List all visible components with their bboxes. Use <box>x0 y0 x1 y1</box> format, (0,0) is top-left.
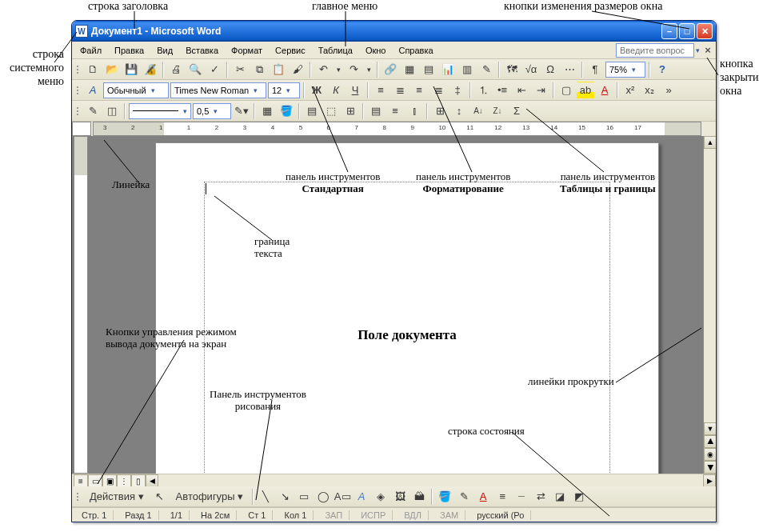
arrow-icon[interactable]: ↘ <box>276 488 294 506</box>
underline-icon[interactable]: Ч <box>346 82 364 99</box>
shadow-style-icon[interactable]: ◪ <box>551 488 569 506</box>
insert-symbol-icon[interactable]: Ω <box>541 61 559 78</box>
bold-icon[interactable]: Ж <box>308 82 326 99</box>
redo-dropdown-icon[interactable]: ▾ <box>364 61 374 78</box>
sort-asc-icon[interactable]: A↓ <box>469 102 487 120</box>
browse-object-icon[interactable]: ◉ <box>704 448 717 461</box>
redo-icon[interactable]: ↷ <box>345 61 362 78</box>
drawing-icon[interactable]: ✎ <box>477 61 495 78</box>
toolbar-grip-icon[interactable] <box>75 82 80 99</box>
status-trk[interactable]: ИСПР <box>354 510 393 520</box>
vertical-ruler[interactable] <box>74 136 88 474</box>
border-icon[interactable]: ▦ <box>258 102 276 120</box>
bullets-icon[interactable]: •≡ <box>493 82 511 99</box>
toolbar-grip-icon[interactable] <box>75 61 80 78</box>
align-justify-icon[interactable]: ≣ <box>429 82 447 99</box>
rectangle-icon[interactable]: ▭ <box>295 488 313 506</box>
align-right-icon[interactable]: ≡ <box>410 82 428 99</box>
merge-cells-icon[interactable]: ⬚ <box>322 102 340 120</box>
draw-table-icon[interactable]: ✎ <box>84 102 102 120</box>
prev-page-icon[interactable]: ⯅ <box>704 435 717 448</box>
shading-color-icon[interactable]: 🪣 <box>278 102 295 120</box>
arrow-style-icon[interactable]: ⇄ <box>532 488 549 506</box>
scroll-down-icon[interactable]: ▼ <box>704 422 717 435</box>
fill-color-icon[interactable]: 🪣 <box>436 488 453 506</box>
clipart-icon[interactable]: 🖼 <box>391 488 409 506</box>
close-window-button[interactable]: ✕ <box>697 23 713 39</box>
line-style-icon[interactable]: ≡ <box>493 488 511 506</box>
open-icon[interactable]: 📂 <box>103 61 121 78</box>
scroll-track[interactable] <box>704 149 716 422</box>
print-layout-view-button[interactable]: ▣ <box>102 474 117 487</box>
horizontal-scrollbar[interactable]: ◀ ▶ <box>146 474 716 486</box>
menu-format[interactable]: Формат <box>225 44 269 57</box>
numbering-icon[interactable]: ⒈ <box>474 82 492 99</box>
reading-layout-view-button[interactable]: ▯ <box>131 474 146 487</box>
save-icon[interactable]: 💾 <box>122 61 140 78</box>
normal-view-button[interactable]: ≡ <box>74 474 88 487</box>
status-ovr[interactable]: ЗАМ <box>433 510 465 520</box>
outline-view-button[interactable]: ⋮ <box>117 474 131 487</box>
draw-actions-menu[interactable]: Действия ▾ <box>84 488 150 506</box>
hscroll-track[interactable] <box>158 474 703 486</box>
line-style-combo[interactable]: ▾ <box>129 103 191 119</box>
toolbar-grip-icon[interactable] <box>75 102 80 120</box>
web-layout-view-button[interactable]: ▭ <box>88 474 102 487</box>
document-map-icon[interactable]: 🗺 <box>503 61 521 78</box>
paragraph-marks-icon[interactable]: ¶ <box>586 61 604 78</box>
font-combo[interactable]: Times New Roman▾ <box>170 82 266 98</box>
spellcheck-icon[interactable]: ✓ <box>206 61 223 78</box>
line-color-icon[interactable]: ✎ <box>455 488 473 506</box>
border-color-icon[interactable]: ✎▾ <box>233 102 250 120</box>
scroll-up-icon[interactable]: ▲ <box>704 136 717 149</box>
menu-insert[interactable]: Вставка <box>179 44 225 57</box>
insert-picture-icon[interactable]: 🏔 <box>410 488 428 506</box>
menu-help[interactable]: Справка <box>392 44 439 57</box>
align-center-icon[interactable]: ≣ <box>391 82 409 99</box>
next-page-icon[interactable]: ⯆ <box>704 461 717 474</box>
line-weight-combo[interactable]: 0,5▾ <box>193 103 231 119</box>
increase-indent-icon[interactable]: ⇥ <box>532 82 549 99</box>
text-direction-icon[interactable]: ↕ <box>450 102 468 120</box>
align-cell-icon[interactable]: ▤ <box>367 102 385 120</box>
diagram-icon[interactable]: ◈ <box>372 488 389 506</box>
hyperlink-icon[interactable]: 🔗 <box>381 61 399 78</box>
threed-style-icon[interactable]: ◩ <box>570 488 588 506</box>
permissions-icon[interactable]: 🔏 <box>142 61 159 78</box>
line-spacing-icon[interactable]: ‡ <box>449 82 466 99</box>
status-rec[interactable]: ЗАП <box>318 510 350 520</box>
menu-file[interactable]: Файл <box>74 44 108 57</box>
oval-icon[interactable]: ◯ <box>314 488 332 506</box>
status-ext[interactable]: ВДЛ <box>397 510 429 520</box>
menu-tools[interactable]: Сервис <box>269 44 312 57</box>
font-color-draw-icon[interactable]: A <box>474 488 492 506</box>
superscript-icon[interactable]: x² <box>621 82 639 99</box>
sort-desc-icon[interactable]: Z↓ <box>489 102 506 120</box>
highlight-icon[interactable]: ab <box>577 82 594 99</box>
show-all-icon[interactable]: ⋯ <box>561 61 578 78</box>
cut-icon[interactable]: ✂ <box>231 61 249 78</box>
horizontal-ruler[interactable]: 3211234567891011121314151617 <box>93 122 701 136</box>
text-box-icon[interactable]: A▭ <box>334 488 351 506</box>
subscript-icon[interactable]: x₂ <box>641 82 658 99</box>
insert-table2-icon[interactable]: ▤ <box>303 102 321 120</box>
app-icon[interactable]: W <box>75 25 88 38</box>
insert-table-icon[interactable]: ▤ <box>420 61 437 78</box>
split-cells-icon[interactable]: ⊞ <box>342 102 359 120</box>
styles-pane-icon[interactable]: A <box>84 82 102 99</box>
line-icon[interactable]: ╲ <box>257 488 274 506</box>
equation-icon[interactable]: √α <box>522 61 540 78</box>
undo-dropdown-icon[interactable]: ▾ <box>334 61 343 78</box>
copy-icon[interactable]: ⧉ <box>250 61 268 78</box>
more-buttons-icon[interactable]: » <box>660 82 677 99</box>
columns-icon[interactable]: ▥ <box>458 61 476 78</box>
zoom-combo[interactable]: 75%▾ <box>605 62 645 78</box>
wordart-icon[interactable]: A <box>353 488 370 506</box>
menu-window[interactable]: Окно <box>359 44 393 57</box>
maximize-button[interactable]: □ <box>679 23 695 39</box>
select-objects-icon[interactable]: ↖ <box>151 488 169 506</box>
excel-icon[interactable]: 📊 <box>439 61 457 78</box>
new-doc-icon[interactable]: 🗋 <box>84 61 102 78</box>
scroll-left-icon[interactable]: ◀ <box>146 474 158 487</box>
document-close-button[interactable]: × <box>701 44 714 57</box>
